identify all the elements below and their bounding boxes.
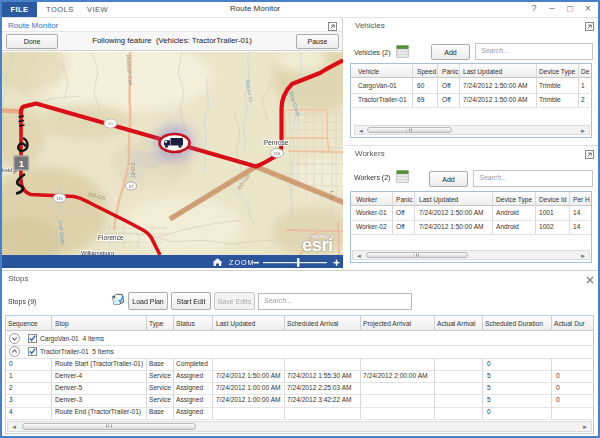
svg-text:50: 50 [108,121,113,126]
svg-text:1: 1 [19,158,25,169]
svg-text:115: 115 [56,196,63,201]
svg-text:CO-67: CO-67 [130,163,136,178]
svg-text:esri: esri [302,234,333,255]
svg-text:ZOOM: ZOOM [229,258,255,267]
svg-text:ksid: ksid [2,167,12,173]
svg-text:L St: L St [329,191,335,200]
svg-text:115: 115 [274,151,281,156]
svg-text:Florence: Florence [98,234,124,241]
svg-text:67: 67 [129,184,134,189]
svg-text:Penrose: Penrose [264,139,289,146]
